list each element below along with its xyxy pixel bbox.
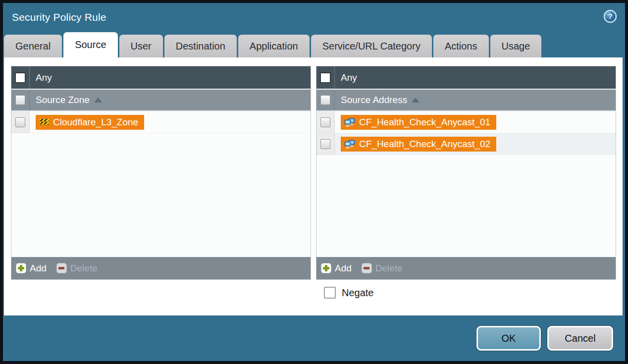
tab-service-url-category[interactable]: Service/URL Category <box>311 35 432 57</box>
source-zone-panel: Any Source Zone <box>11 66 311 280</box>
checkbox-cell <box>11 90 30 110</box>
address-chip[interactable]: CF_Health_Check_Anycast_02 <box>341 137 496 152</box>
cancel-button[interactable]: Cancel <box>547 326 613 351</box>
source-address-list: CF_Health_Check_Anycast_01 <box>316 111 616 257</box>
dialog-button-bar: OK Cancel <box>3 315 625 361</box>
row-checkbox[interactable] <box>320 117 330 127</box>
address-name: CF_Health_Check_Anycast_01 <box>359 117 490 128</box>
minus-icon <box>362 263 372 273</box>
row-content: CF_Health_Check_Anycast_02 <box>335 133 616 155</box>
address-icon <box>344 140 356 149</box>
source-address-footer: Add Delete <box>316 257 616 279</box>
checkbox-cell <box>316 66 335 89</box>
row-content: Cloudflare_L3_Zone <box>30 111 311 133</box>
row-content: CF_Health_Check_Anycast_01 <box>335 111 616 133</box>
help-icon[interactable]: ? <box>603 9 617 23</box>
dialog-frame: Security Policy Rule ? General Source Us… <box>0 0 628 364</box>
tab-general[interactable]: General <box>4 35 62 57</box>
checkbox-cell <box>316 90 335 110</box>
source-address-panel: Any Source Address <box>316 66 616 280</box>
source-zone-list: Cloudflare_L3_Zone <box>11 111 311 257</box>
source-zone-any-row: Any <box>11 66 311 90</box>
source-address-any-row: Any <box>316 66 616 90</box>
list-item[interactable]: CF_Health_Check_Anycast_02 <box>316 133 616 155</box>
negate-label: Negate <box>342 287 374 299</box>
add-label: Add <box>30 263 47 274</box>
ok-button[interactable]: OK <box>476 326 541 351</box>
tab-user[interactable]: User <box>119 35 163 57</box>
address-name: CF_Health_Check_Anycast_02 <box>359 139 490 150</box>
tab-label: Source <box>75 39 106 51</box>
tab-label: Usage <box>502 41 530 52</box>
plus-icon <box>321 263 331 273</box>
source-address-column-header[interactable]: Source Address <box>341 95 407 105</box>
plus-icon <box>16 263 26 273</box>
checkbox-cell <box>11 111 30 133</box>
tab-actions[interactable]: Actions <box>433 35 489 57</box>
tab-content-source: Any Source Zone <box>4 57 623 315</box>
tab-source[interactable]: Source <box>63 32 117 57</box>
title-bar: Security Policy Rule ? <box>3 3 625 32</box>
minus-icon <box>56 263 67 273</box>
add-button[interactable]: Add <box>321 263 352 274</box>
list-item[interactable]: Cloudflare_L3_Zone <box>11 111 311 133</box>
tab-label: Application <box>250 41 298 52</box>
dialog-title: Security Policy Rule <box>12 11 106 23</box>
delete-label: Delete <box>375 263 403 274</box>
source-zone-footer: Add Delete <box>11 257 311 279</box>
tab-application[interactable]: Application <box>238 35 310 57</box>
delete-button[interactable]: Delete <box>56 263 98 274</box>
zone-name: Cloudflare_L3_Zone <box>53 117 138 128</box>
address-chip[interactable]: CF_Health_Check_Anycast_01 <box>341 115 496 130</box>
tab-destination[interactable]: Destination <box>164 35 237 57</box>
tab-label: User <box>131 41 152 52</box>
address-icon <box>344 118 356 127</box>
zone-chip[interactable]: Cloudflare_L3_Zone <box>36 115 144 130</box>
delete-button[interactable]: Delete <box>362 263 403 274</box>
source-address-any-checkbox[interactable] <box>320 72 331 83</box>
add-button[interactable]: Add <box>16 263 47 274</box>
zone-icon <box>39 118 50 126</box>
security-policy-rule-dialog: Security Policy Rule ? General Source Us… <box>3 3 625 361</box>
source-zone-any-checkbox[interactable] <box>15 72 26 83</box>
source-zone-column-header[interactable]: Source Zone <box>36 95 90 105</box>
source-zone-select-all-checkbox[interactable] <box>15 95 25 105</box>
checkbox-cell <box>316 111 335 133</box>
tab-label: Destination <box>176 41 225 52</box>
sort-ascending-icon[interactable] <box>412 98 419 103</box>
row-checkbox[interactable] <box>15 117 25 127</box>
tab-label: General <box>15 41 51 52</box>
list-item[interactable]: CF_Health_Check_Anycast_01 <box>316 111 616 133</box>
delete-label: Delete <box>70 263 98 274</box>
svg-text:?: ? <box>608 12 612 20</box>
row-checkbox[interactable] <box>320 139 330 149</box>
any-label: Any <box>36 72 52 83</box>
negate-checkbox[interactable] <box>324 287 336 299</box>
tab-label: Actions <box>445 41 477 52</box>
source-address-column-header-row: Source Address <box>316 90 616 111</box>
tab-strip: General Source User Destination Applicat… <box>3 32 625 57</box>
source-address-select-all-checkbox[interactable] <box>320 95 330 105</box>
tab-label: Service/URL Category <box>322 41 420 52</box>
add-label: Add <box>335 263 352 274</box>
negate-row: Negate <box>324 287 616 299</box>
checkbox-cell <box>11 66 30 89</box>
source-zone-column-header-row: Source Zone <box>11 90 311 111</box>
sort-ascending-icon[interactable] <box>94 98 102 103</box>
any-label: Any <box>341 72 357 83</box>
panels-container: Any Source Zone <box>11 66 616 280</box>
tab-usage[interactable]: Usage <box>490 35 542 57</box>
checkbox-cell <box>316 133 335 155</box>
